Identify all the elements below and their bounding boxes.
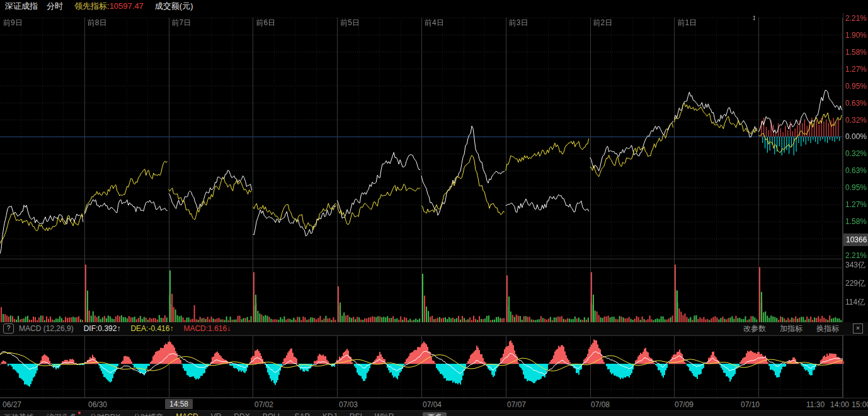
date-label[interactable]: 07/09 bbox=[675, 400, 694, 409]
percent-label-up: 0.95% bbox=[845, 82, 867, 91]
day-label: 前5日 bbox=[340, 18, 360, 28]
help-icon[interactable]: ? bbox=[3, 323, 14, 334]
intraday-time-label: 15:00 bbox=[852, 400, 868, 409]
latest-price-badge: 10366 bbox=[843, 233, 868, 246]
toolbar-item[interactable]: 沪深头条 bbox=[47, 412, 77, 416]
percent-label-down: 1.58% bbox=[845, 217, 867, 226]
intraday-time-label: 11:30 bbox=[806, 400, 825, 409]
crosshair-time-label[interactable]: 14:58 bbox=[165, 399, 193, 409]
toolbar-item[interactable]: 分时DDX bbox=[89, 412, 120, 416]
day-label: 前4日 bbox=[425, 18, 444, 28]
scroll-handle-icon[interactable]: ↕ bbox=[752, 13, 756, 22]
percent-label-up: 1.58% bbox=[845, 48, 867, 57]
day-label: 前9日 bbox=[3, 18, 23, 28]
date-label[interactable]: 07/03 bbox=[339, 400, 358, 409]
more-button[interactable]: 更多 bbox=[423, 412, 447, 416]
percent-label-down: 0.63% bbox=[845, 166, 867, 175]
close-icon[interactable]: × bbox=[853, 323, 863, 334]
percent-label-up: 1.27% bbox=[845, 65, 867, 74]
toolbar-item[interactable]: DDX bbox=[234, 412, 249, 416]
chart-mode-label[interactable]: 分时 bbox=[47, 1, 63, 11]
macd-bar-value: MACD:1.616↓ bbox=[183, 324, 231, 333]
date-label[interactable]: 07/10 bbox=[741, 400, 760, 409]
percent-label-zero: 0.00% bbox=[845, 132, 867, 141]
day-label: 前3日 bbox=[509, 18, 528, 28]
macd-dea-value: DEA:-0.416↑ bbox=[130, 324, 173, 333]
date-label[interactable]: 06/30 bbox=[88, 400, 107, 409]
date-label[interactable]: 07/04 bbox=[423, 400, 442, 409]
percent-label-down: 0.32% bbox=[845, 149, 867, 158]
day-label: 前8日 bbox=[88, 18, 107, 28]
right-axis: 2.21%1.90%1.58%1.27%0.95%0.63%0.32%0.00%… bbox=[843, 13, 868, 398]
toolbar-item[interactable]: 画趋势线 bbox=[4, 412, 34, 416]
date-label[interactable]: 07/08 bbox=[591, 400, 610, 409]
time-axis: 06/2706/3014:5807/0207/0307/0407/0707/08… bbox=[0, 398, 868, 410]
turnover-label: 成交额(元) bbox=[155, 1, 193, 11]
toolbar-item-active[interactable]: MACD bbox=[176, 412, 198, 416]
percent-label-up: 0.32% bbox=[845, 116, 867, 125]
percent-label-up: 0.63% bbox=[845, 99, 867, 108]
chart-canvas[interactable] bbox=[0, 13, 844, 398]
leading-indicator-label: 领先指标: bbox=[74, 1, 110, 11]
date-label[interactable]: 06/27 bbox=[3, 400, 21, 409]
date-label[interactable]: 07/02 bbox=[254, 400, 273, 409]
index-name: 深证成指 bbox=[5, 1, 38, 11]
day-label: 前7日 bbox=[172, 18, 191, 28]
percent-label-down: 1.27% bbox=[845, 200, 867, 209]
notification-dot bbox=[78, 412, 81, 414]
macd-header: ? MACD (12,26,9) DIF:0.392↑ DEA:-0.416↑ … bbox=[0, 322, 868, 335]
stock-chart-app: 深证成指分时领先指标:10597.47成交额(元) 前9日前8日前7日前6日前5… bbox=[0, 0, 868, 416]
macd-param-label: MACD (12,26,9) bbox=[19, 324, 74, 333]
day-label: 前6日 bbox=[256, 18, 275, 28]
switch-indicator-button[interactable]: 换指标 bbox=[816, 323, 839, 334]
bottom-toolbar: 画趋势线沪深头条分时DDX分时博弈MACDVRDDXBOLLSARKDJRSIW… bbox=[0, 410, 868, 416]
intraday-time-label: 14:00 bbox=[830, 400, 849, 409]
chart-header: 深证成指分时领先指标:10597.47成交额(元) bbox=[0, 0, 868, 13]
macd-dif-value: DIF:0.392↑ bbox=[84, 324, 121, 333]
toolbar-item[interactable]: 分时博弈 bbox=[133, 412, 163, 416]
volume-axis-label: 114亿 bbox=[845, 298, 865, 306]
volume-axis-label: 229亿 bbox=[845, 279, 865, 288]
toolbar-item[interactable]: BOLL bbox=[263, 412, 282, 416]
toolbar-item[interactable]: W%R bbox=[375, 412, 394, 416]
percent-label-down: 2.21% bbox=[845, 251, 867, 260]
volume-axis-label: 343亿 bbox=[845, 261, 865, 269]
toolbar-item[interactable]: RSI bbox=[350, 412, 362, 416]
toolbar-item[interactable]: SAR bbox=[294, 412, 310, 416]
day-label: 前1日 bbox=[677, 18, 697, 28]
toolbar-item[interactable]: KDJ bbox=[323, 412, 337, 416]
toolbar-item[interactable]: VR bbox=[211, 412, 222, 416]
day-label: 前2日 bbox=[593, 18, 613, 28]
percent-label-up: 2.21% bbox=[845, 14, 867, 23]
add-indicator-button[interactable]: 加指标 bbox=[780, 323, 802, 334]
change-params-button[interactable]: 改参数 bbox=[743, 323, 766, 334]
date-label[interactable]: 07/07 bbox=[507, 400, 526, 409]
percent-label-down: 0.95% bbox=[845, 183, 867, 192]
leading-indicator-value: 10597.47 bbox=[110, 1, 144, 11]
percent-label-up: 1.90% bbox=[845, 31, 867, 40]
